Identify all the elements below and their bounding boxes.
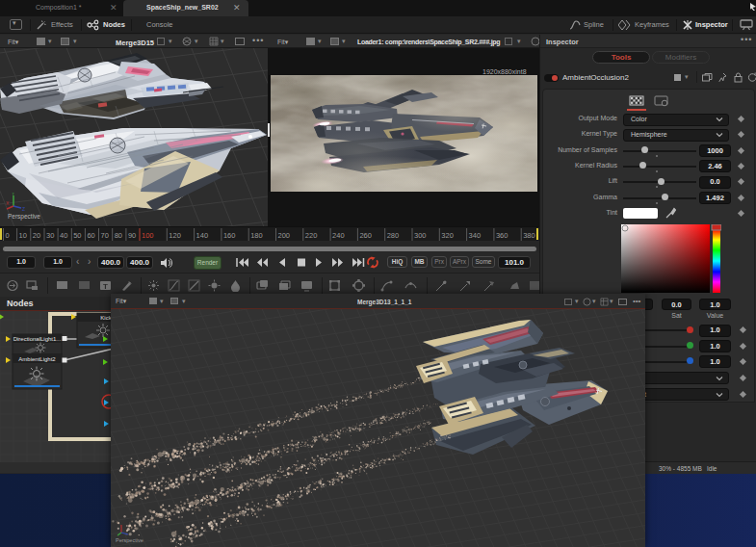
svg-text:10: 10 [19, 231, 27, 240]
svg-text:220: 220 [305, 231, 318, 240]
svg-text:140: 140 [196, 231, 209, 240]
svg-text:0: 0 [6, 231, 10, 240]
svg-text:T: T [103, 282, 108, 291]
svg-text:380: 380 [523, 231, 535, 240]
svg-text:90: 90 [128, 231, 136, 240]
svg-text:X: X [6, 200, 10, 206]
svg-text:260: 260 [359, 231, 372, 240]
svg-text:30: 30 [46, 231, 54, 240]
svg-text:Z: Z [22, 206, 25, 212]
svg-text:160: 160 [223, 231, 236, 240]
svg-text:50: 50 [73, 231, 81, 240]
svg-text:300: 300 [414, 231, 427, 240]
svg-text:180: 180 [250, 231, 263, 240]
svg-text:80: 80 [115, 231, 122, 240]
svg-text:360: 360 [496, 231, 508, 240]
svg-text:Y: Y [12, 193, 15, 196]
svg-text:40: 40 [60, 231, 67, 240]
svg-text:200: 200 [278, 231, 291, 240]
svg-text:DirectionalLight1...: DirectionalLight1... [13, 336, 62, 342]
svg-text:20: 20 [33, 231, 40, 240]
svg-text:280: 280 [387, 231, 400, 240]
svg-text:340: 340 [469, 231, 482, 240]
svg-text:70: 70 [101, 231, 109, 240]
svg-text:100: 100 [142, 231, 154, 240]
svg-text:AmbientLight2: AmbientLight2 [18, 356, 56, 362]
svg-text:60: 60 [87, 231, 94, 240]
svg-text:240: 240 [332, 231, 345, 240]
svg-text:120: 120 [169, 231, 181, 240]
svg-text:320: 320 [441, 231, 454, 240]
